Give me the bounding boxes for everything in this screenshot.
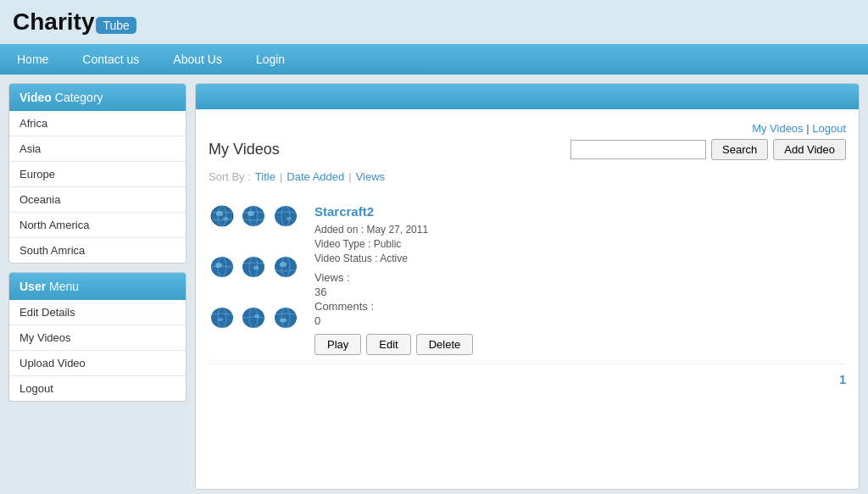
video-type: Video Type : Public	[314, 238, 846, 250]
svg-point-22	[218, 318, 223, 321]
video-details: Starcraft2 Added on : May 27, 2011 Video…	[314, 204, 846, 355]
sort-views[interactable]: Views	[356, 170, 385, 183]
svg-point-7	[248, 211, 254, 216]
thumb-globe-7	[209, 306, 236, 330]
my-videos-link[interactable]: My Videos	[752, 122, 803, 135]
sort-label: Sort By :	[209, 170, 251, 183]
svg-point-13	[215, 263, 222, 268]
sort-sep-2: |	[348, 170, 351, 183]
status-value: Active	[380, 253, 408, 264]
sidebar-item-my-videos[interactable]: My Videos	[9, 325, 186, 351]
nav-home[interactable]: Home	[0, 44, 65, 75]
comments-value: 0	[314, 314, 846, 327]
video-category-header: Video Category	[9, 84, 186, 111]
sort-title[interactable]: Title	[255, 170, 275, 183]
content-top-bar	[196, 84, 859, 109]
svg-point-8	[275, 206, 297, 226]
nav-login[interactable]: Login	[239, 44, 302, 75]
sidebar-item-north-america[interactable]: North America	[9, 213, 186, 238]
thumb-globe-1	[209, 204, 236, 228]
added-label: Added on :	[314, 224, 364, 236]
sort-date-added[interactable]: Date Added	[287, 170, 344, 183]
add-video-button[interactable]: Add Video	[773, 139, 846, 160]
content-panel: My Videos | Logout My Videos Search Add …	[195, 83, 860, 490]
views-stat: Views : 36	[314, 271, 846, 298]
logout-link[interactable]: Logout	[812, 122, 846, 135]
thumb-globe-3	[272, 204, 300, 228]
svg-point-20	[211, 308, 233, 328]
sidebar: Video Category Africa Asia Europe Oceani…	[8, 83, 186, 490]
video-category-header-rest: Category	[55, 91, 103, 104]
type-value: Public	[374, 238, 402, 250]
logo-tube: Tube	[96, 17, 136, 34]
video-stats: Views : 36 Comments : 0	[314, 271, 846, 327]
svg-point-16	[253, 266, 259, 270]
nav-contact[interactable]: Contact us	[65, 44, 156, 75]
sidebar-item-asia[interactable]: Asia	[9, 136, 186, 162]
sidebar-item-south-america[interactable]: South Amrica	[9, 238, 186, 263]
sidebar-item-europe[interactable]: Europe	[9, 162, 186, 187]
svg-point-25	[254, 314, 259, 318]
sort-sep-1: |	[280, 170, 282, 183]
search-controls: Search Add Video	[570, 139, 846, 160]
pagination-page-1[interactable]: 1	[839, 373, 846, 386]
sidebar-item-africa[interactable]: Africa	[9, 111, 186, 136]
user-menu-header-rest: Menu	[49, 280, 79, 293]
my-videos-title: My Videos	[209, 141, 280, 158]
play-button[interactable]: Play	[314, 334, 361, 355]
nav-about[interactable]: About Us	[156, 44, 239, 75]
thumb-globe-5	[240, 255, 268, 279]
pagination: 1	[209, 364, 846, 395]
navbar: Home Contact us About Us Login	[0, 44, 868, 75]
views-value: 36	[314, 286, 846, 298]
video-title[interactable]: Starcraft2	[314, 204, 846, 219]
sidebar-item-upload-video[interactable]: Upload Video	[9, 351, 186, 376]
thumb-globe-9	[272, 306, 300, 330]
svg-point-19	[280, 262, 287, 267]
thumb-globe-2	[240, 204, 268, 228]
sort-bar: Sort By : Title | Date Added | Views	[209, 170, 846, 183]
header: CharityTube	[0, 0, 868, 44]
edit-button[interactable]: Edit	[366, 334, 410, 355]
content-inner: My Videos | Logout My Videos Search Add …	[196, 109, 859, 408]
svg-point-17	[275, 257, 297, 277]
video-item: Starcraft2 Added on : May 27, 2011 Video…	[209, 196, 846, 364]
video-category-section: Video Category Africa Asia Europe Oceani…	[8, 83, 186, 264]
thumb-globe-8	[240, 306, 268, 330]
video-added: Added on : May 27, 2011	[314, 224, 846, 236]
svg-point-28	[280, 319, 287, 323]
svg-point-5	[242, 206, 264, 226]
delete-button[interactable]: Delete	[416, 334, 474, 355]
svg-point-11	[211, 257, 233, 277]
user-menu-header-bold: User	[19, 280, 46, 293]
user-menu-section: User Menu Edit Details My Videos Upload …	[8, 272, 186, 402]
added-date: May 27, 2011	[366, 224, 428, 236]
user-menu-header: User Menu	[9, 273, 186, 300]
svg-point-14	[242, 257, 264, 277]
search-button[interactable]: Search	[711, 139, 768, 160]
comments-label: Comments :	[314, 300, 846, 313]
type-label: Video Type :	[314, 238, 370, 250]
video-status: Video Status : Active	[314, 253, 846, 264]
sidebar-item-oceania[interactable]: Oceania	[9, 187, 186, 213]
sidebar-item-edit-details[interactable]: Edit Details	[9, 300, 186, 325]
svg-point-23	[242, 308, 264, 328]
svg-point-26	[275, 308, 297, 328]
my-videos-header: My Videos Search Add Video	[209, 139, 846, 160]
main-layout: Video Category Africa Asia Europe Oceani…	[0, 75, 868, 494]
svg-point-4	[223, 217, 228, 220]
sidebar-item-logout[interactable]: Logout	[9, 376, 186, 401]
logo: CharityTube	[13, 8, 136, 36]
views-label: Views :	[314, 271, 846, 284]
svg-point-3	[216, 211, 223, 216]
video-actions: Play Edit Delete	[314, 334, 846, 355]
logo-charity: Charity	[13, 8, 94, 35]
thumb-globe-4	[209, 255, 236, 279]
video-thumbnail	[209, 204, 302, 355]
status-label: Video Status :	[314, 253, 378, 264]
search-input[interactable]	[570, 140, 706, 159]
svg-point-10	[287, 217, 292, 220]
top-links: My Videos | Logout	[209, 122, 846, 135]
thumb-globe-6	[272, 255, 300, 279]
video-category-header-bold: Video	[19, 91, 52, 104]
